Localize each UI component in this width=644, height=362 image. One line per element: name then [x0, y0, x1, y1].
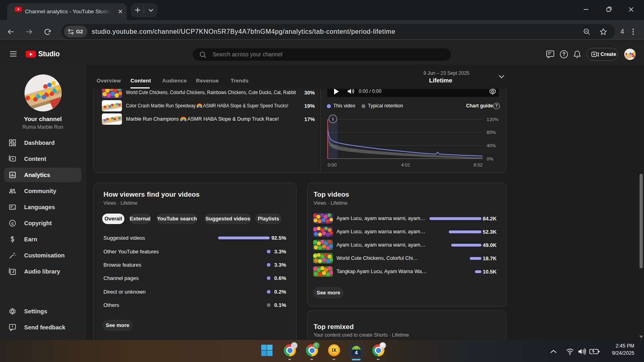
svg-text:120%: 120% [487, 117, 498, 122]
svg-text:8:02: 8:02 [474, 162, 483, 167]
svg-text:40%: 40% [487, 143, 496, 148]
svg-text:4: 4 [355, 350, 358, 356]
svg-text:0%: 0% [487, 156, 493, 161]
svg-text:0:00: 0:00 [328, 162, 336, 167]
svg-text:80%: 80% [487, 130, 496, 135]
svg-text:?: ? [562, 51, 565, 57]
svg-text:4:01: 4:01 [401, 162, 410, 167]
svg-text:i: i [332, 117, 333, 121]
svg-text:?: ? [495, 103, 497, 108]
svg-text:c: c [11, 221, 14, 226]
